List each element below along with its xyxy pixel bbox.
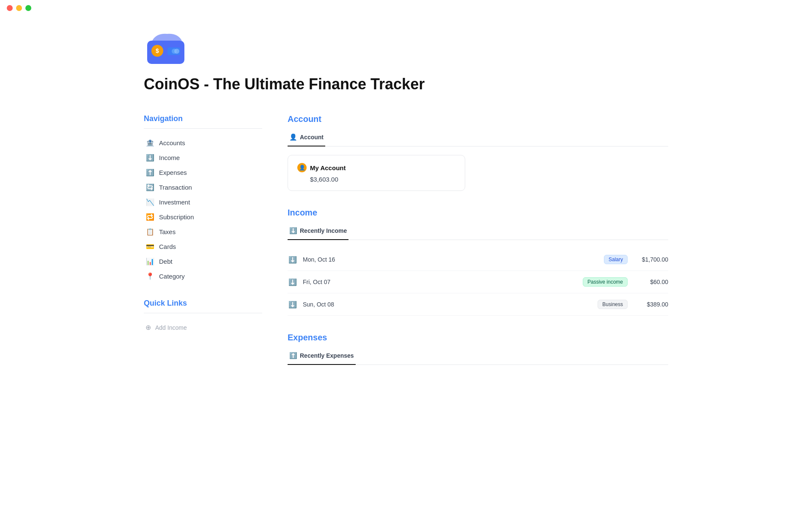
sidebar-item-debt[interactable]: 📊 Debt bbox=[144, 254, 262, 269]
main-wrapper: $ CoinOS - The Ultimate Finance Tracker … bbox=[110, 29, 702, 399]
income-section: Income ⬇️ Recently Income ⬇️ Mon, Oct 16… bbox=[288, 208, 668, 316]
expenses-section-title: Expenses bbox=[288, 333, 668, 342]
transaction-amount: $1,700.00 bbox=[634, 256, 668, 263]
account-tab-icon: 👤 bbox=[289, 133, 297, 141]
app-title: CoinOS - The Ultimate Finance Tracker bbox=[144, 75, 668, 93]
account-section-title: Account bbox=[288, 114, 668, 124]
account-name: My Account bbox=[310, 164, 346, 171]
sidebar-item-label-income: Income bbox=[159, 154, 180, 161]
subscription-icon: 🔁 bbox=[145, 213, 155, 221]
maximize-button[interactable] bbox=[25, 5, 31, 11]
account-avatar: 👤 bbox=[297, 163, 307, 172]
sidebar-item-expenses[interactable]: ⬆️ Expenses bbox=[144, 165, 262, 180]
expenses-tab-label: Recently Expenses bbox=[300, 352, 354, 359]
sidebar-item-label-category: Category bbox=[159, 273, 185, 280]
svg-point-5 bbox=[174, 49, 179, 54]
account-tab[interactable]: 👤 Account bbox=[288, 130, 325, 146]
sidebar-item-label-debt: Debt bbox=[159, 258, 173, 265]
sidebar-item-investment[interactable]: 📉 Investment bbox=[144, 195, 262, 210]
navigation-title: Navigation bbox=[144, 114, 262, 123]
sidebar-item-label-subscription: Subscription bbox=[159, 213, 194, 221]
income-section-title: Income bbox=[288, 208, 668, 218]
transaction-icon: ⬇️ bbox=[288, 277, 298, 287]
recently-income-tab[interactable]: ⬇️ Recently Income bbox=[288, 224, 348, 240]
transaction-amount: $60.00 bbox=[634, 279, 668, 285]
expenses-section: Expenses ⬆️ Recently Expenses bbox=[288, 333, 668, 365]
quick-links-container: ⊕ Add Income bbox=[144, 320, 262, 335]
investment-icon: 📉 bbox=[145, 198, 155, 206]
close-button[interactable] bbox=[7, 5, 13, 11]
transaction-icon: ⬇️ bbox=[288, 254, 298, 265]
income-tab-label: Recently Income bbox=[300, 227, 347, 234]
sidebar-item-accounts[interactable]: 🏦 Accounts bbox=[144, 135, 262, 150]
transaction-date: Mon, Oct 16 bbox=[303, 256, 604, 263]
app-icon: $ bbox=[144, 29, 190, 67]
transaction-row: ⬇️ Sun, Oct 08 Business $389.00 bbox=[288, 293, 668, 316]
transaction-badge: Business bbox=[598, 300, 628, 309]
cards-icon: 💳 bbox=[145, 243, 155, 251]
nav-divider bbox=[144, 128, 262, 129]
content-area: Navigation 🏦 Accounts ⬇️ Income ⬆️ Expen… bbox=[144, 114, 668, 373]
sidebar-item-label-cards: Cards bbox=[159, 243, 176, 250]
add-income-icon: ⊕ bbox=[145, 323, 151, 331]
debt-icon: 📊 bbox=[145, 257, 155, 265]
income-icon: ⬇️ bbox=[145, 154, 155, 162]
quick-links-divider bbox=[144, 313, 262, 313]
sidebar-item-category[interactable]: 📍 Category bbox=[144, 269, 262, 284]
income-tab-icon: ⬇️ bbox=[289, 227, 297, 235]
sidebar-item-label-transaction: Transaction bbox=[159, 184, 192, 191]
sidebar-item-label-taxes: Taxes bbox=[159, 228, 176, 235]
titlebar bbox=[0, 0, 812, 16]
transaction-date: Fri, Oct 07 bbox=[303, 279, 583, 285]
expenses-tab-bar: ⬆️ Recently Expenses bbox=[288, 348, 668, 365]
transaction-row: ⬇️ Mon, Oct 16 Salary $1,700.00 bbox=[288, 248, 668, 271]
accounts-icon: 🏦 bbox=[145, 139, 155, 147]
account-card-name: 👤 My Account bbox=[297, 163, 455, 172]
sidebar-item-taxes[interactable]: 📋 Taxes bbox=[144, 224, 262, 239]
minimize-button[interactable] bbox=[16, 5, 22, 11]
account-card: 👤 My Account $3,603.00 bbox=[288, 155, 465, 191]
account-tab-bar: 👤 Account bbox=[288, 130, 668, 146]
transaction-icon: ⬇️ bbox=[288, 299, 298, 309]
transaction-badge: Passive income bbox=[583, 277, 628, 287]
recently-expenses-tab[interactable]: ⬆️ Recently Expenses bbox=[288, 348, 356, 364]
sidebar-item-label-accounts: Accounts bbox=[159, 139, 185, 146]
svg-text:$: $ bbox=[156, 47, 159, 54]
sidebar-item-transaction[interactable]: 🔄 Transaction bbox=[144, 180, 262, 195]
transaction-icon: 🔄 bbox=[145, 183, 155, 191]
transaction-amount: $389.00 bbox=[634, 301, 668, 308]
expenses-tab-icon: ⬆️ bbox=[289, 352, 297, 359]
main-content: Account 👤 Account 👤 My Account $3,603.00… bbox=[288, 114, 668, 373]
sidebar-item-income[interactable]: ⬇️ Income bbox=[144, 150, 262, 165]
income-tab-bar: ⬇️ Recently Income bbox=[288, 224, 668, 240]
quick-link-label-add-income: Add Income bbox=[155, 324, 187, 331]
nav-items-container: 🏦 Accounts ⬇️ Income ⬆️ Expenses 🔄 Trans… bbox=[144, 135, 262, 284]
taxes-icon: 📋 bbox=[145, 228, 155, 236]
quick-link-add-income[interactable]: ⊕ Add Income bbox=[144, 320, 262, 335]
quick-links-title: Quick Links bbox=[144, 299, 262, 308]
sidebar-item-cards[interactable]: 💳 Cards bbox=[144, 239, 262, 254]
category-icon: 📍 bbox=[145, 272, 155, 280]
account-balance: $3,603.00 bbox=[297, 176, 455, 183]
income-transactions-container: ⬇️ Mon, Oct 16 Salary $1,700.00 ⬇️ Fri, … bbox=[288, 248, 668, 316]
transaction-date: Sun, Oct 08 bbox=[303, 301, 598, 308]
transaction-badge: Salary bbox=[604, 255, 628, 264]
transaction-row: ⬇️ Fri, Oct 07 Passive income $60.00 bbox=[288, 271, 668, 293]
account-tab-label: Account bbox=[300, 134, 324, 141]
expenses-icon: ⬆️ bbox=[145, 168, 155, 177]
sidebar: Navigation 🏦 Accounts ⬇️ Income ⬆️ Expen… bbox=[144, 114, 262, 373]
sidebar-item-label-investment: Investment bbox=[159, 199, 190, 206]
sidebar-item-subscription[interactable]: 🔁 Subscription bbox=[144, 210, 262, 224]
app-icon-wrapper: $ bbox=[144, 29, 668, 67]
sidebar-item-label-expenses: Expenses bbox=[159, 169, 187, 176]
